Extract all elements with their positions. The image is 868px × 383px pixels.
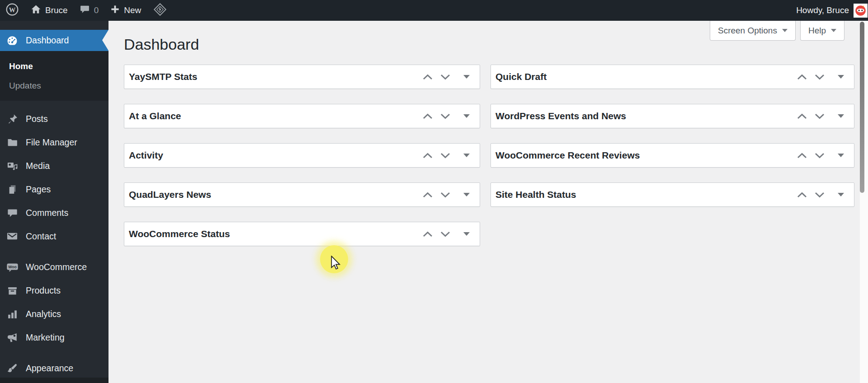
move-down-button[interactable] [815, 72, 825, 82]
triangle-down-icon [463, 114, 470, 118]
sidebar-subitem-home[interactable]: Home [0, 56, 108, 76]
sidebar-item-label: Posts [26, 114, 48, 124]
widget-woocommerce-recent-reviews[interactable]: WooCommerce Recent Reviews [491, 143, 854, 168]
dashboard-submenu: Home Updates [0, 51, 108, 101]
sidebar-item-products[interactable]: Products [0, 279, 108, 302]
toggle-panel-button[interactable] [838, 114, 844, 118]
sidebar-item-contact[interactable]: Contact [0, 224, 108, 248]
toggle-panel-button[interactable] [463, 232, 470, 236]
widget-woocommerce-status[interactable]: WooCommerce Status [124, 222, 480, 246]
chevron-down-icon [782, 29, 788, 32]
help-button[interactable]: Help [800, 21, 844, 41]
move-down-button[interactable] [440, 72, 450, 82]
widget-controls [797, 190, 844, 200]
move-down-button[interactable] [815, 190, 825, 200]
move-up-button[interactable] [797, 111, 807, 121]
sidebar-item-posts[interactable]: Posts [0, 107, 108, 131]
triangle-down-icon [463, 232, 470, 236]
sidebar-item-label: Pages [26, 184, 51, 195]
sidebar-separator [0, 248, 108, 255]
triangle-down-icon [463, 193, 470, 196]
sidebar-item-dashboard[interactable]: Dashboard [0, 30, 108, 51]
bar-chart-icon [6, 308, 19, 320]
scrollbar-thumb[interactable] [860, 22, 864, 193]
sidebar-item-appearance[interactable]: Appearance [0, 356, 108, 380]
toggle-panel-button[interactable] [838, 193, 844, 196]
toggle-panel-button[interactable] [463, 114, 470, 118]
widget-yaysmtp-stats[interactable]: YaySMTP Stats [124, 65, 480, 89]
widget-quick-draft[interactable]: Quick Draft [491, 65, 854, 89]
triangle-down-icon [838, 114, 844, 118]
pin-icon [6, 112, 19, 125]
move-down-button[interactable] [440, 150, 450, 160]
widget-controls [423, 72, 470, 82]
widget-controls [423, 229, 470, 239]
submenu-label: Updates [9, 81, 41, 91]
widget-title: YaySMTP Stats [129, 71, 197, 82]
move-down-button[interactable] [815, 150, 825, 160]
toggle-panel-button[interactable] [838, 75, 844, 79]
move-up-button[interactable] [423, 190, 433, 200]
move-down-button[interactable] [440, 111, 450, 121]
move-up-button[interactable] [423, 72, 433, 82]
widget-title: QuadLayers News [129, 189, 211, 200]
toggle-panel-button[interactable] [463, 193, 470, 196]
envelope-icon [6, 230, 19, 243]
plugin-diamond-menu[interactable] [147, 0, 173, 21]
avatar [854, 4, 868, 18]
howdy-label: Howdy, Bruce [796, 5, 849, 15]
toggle-panel-button[interactable] [463, 75, 470, 79]
widget-at-a-glance[interactable]: At a Glance [124, 104, 480, 128]
box-icon [6, 284, 19, 297]
pages-icon [6, 183, 19, 196]
comments-count: 0 [94, 5, 99, 15]
sidebar-item-media[interactable]: Media [0, 154, 108, 177]
admin-sidebar: Dashboard Home Updates Posts File Manage… [0, 21, 108, 383]
move-down-button[interactable] [440, 229, 450, 239]
camera-note-icon [6, 159, 19, 172]
widget-wordpress-events-news[interactable]: WordPress Events and News [491, 104, 854, 128]
account-menu[interactable]: Howdy, Bruce [790, 0, 868, 21]
move-up-button[interactable] [797, 150, 807, 160]
sidebar-separator [0, 349, 108, 356]
move-up-button[interactable] [423, 150, 433, 160]
site-name-menu[interactable]: Bruce [25, 0, 74, 21]
triangle-down-icon [838, 75, 844, 79]
screen-options-button[interactable]: Screen Options [710, 21, 796, 41]
comments-menu[interactable]: 0 [74, 0, 105, 21]
admin-bar: W Bruce 0 New H [0, 0, 868, 21]
widget-activity[interactable]: Activity [124, 143, 480, 168]
wordpress-logo-menu[interactable]: W [0, 0, 25, 21]
sidebar-item-label: Contact [26, 231, 56, 242]
sidebar-item-analytics[interactable]: Analytics [0, 302, 108, 326]
sidebar-item-file-manager[interactable]: File Manager [0, 131, 108, 154]
toggle-panel-button[interactable] [838, 154, 844, 157]
sidebar-item-label: Products [26, 285, 61, 296]
megaphone-icon [6, 331, 19, 344]
widget-controls [423, 190, 470, 200]
sidebar-item-comments[interactable]: Comments [0, 201, 108, 224]
sidebar-subitem-updates[interactable]: Updates [0, 76, 108, 95]
sidebar-item-label: Media [26, 161, 50, 171]
home-icon [31, 4, 41, 17]
move-up-button[interactable] [797, 190, 807, 200]
chevron-down-icon [831, 29, 836, 32]
move-up-button[interactable] [797, 72, 807, 82]
sidebar-item-label: Appearance [26, 363, 73, 374]
widget-site-health-status[interactable]: Site Health Status [491, 182, 854, 207]
new-content-menu[interactable]: New [104, 0, 147, 21]
move-up-button[interactable] [423, 111, 433, 121]
move-down-button[interactable] [440, 190, 450, 200]
toggle-panel-button[interactable] [463, 154, 470, 157]
woo-badge-text: Woo [8, 265, 17, 269]
move-down-button[interactable] [815, 111, 825, 121]
sidebar-item-marketing[interactable]: Marketing [0, 326, 108, 349]
sidebar-item-woocommerce[interactable]: Woo WooCommerce [0, 255, 108, 279]
widget-quadlayers-news[interactable]: QuadLayers News [124, 182, 480, 207]
widget-controls [797, 72, 844, 82]
widget-title: WooCommerce Status [129, 229, 230, 239]
sidebar-item-pages[interactable]: Pages [0, 177, 108, 201]
sidebar-item-label: Marketing [26, 332, 65, 343]
move-up-button[interactable] [423, 229, 433, 239]
page-scrollbar[interactable] [860, 21, 868, 383]
